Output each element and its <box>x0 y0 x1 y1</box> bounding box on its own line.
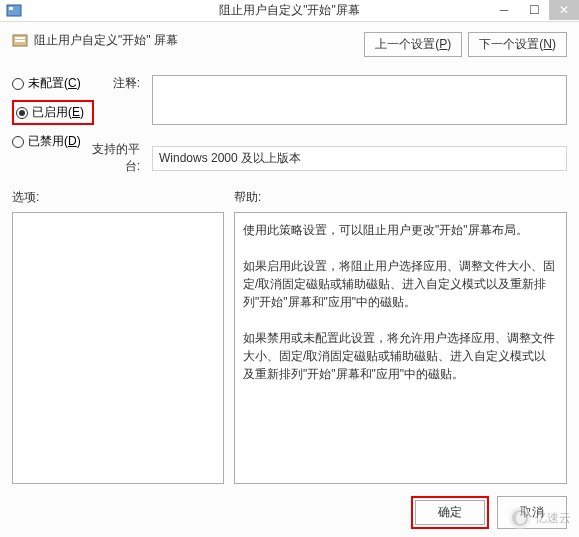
right-column: 注释: 支持的平台: Windows 2000 及以上版本 <box>152 75 567 175</box>
lower-sections: 选项: 帮助: 使用此策略设置，可以阻止用户更改"开始"屏幕布局。 如果启用此设… <box>12 189 567 484</box>
radio-enabled[interactable]: 已启用(E) <box>12 100 94 125</box>
next-setting-button[interactable]: 下一个设置(N) <box>468 32 567 57</box>
policy-title: 阻止用户自定义"开始" 屏幕 <box>34 32 178 49</box>
options-label: 选项: <box>12 189 224 206</box>
platform-value: Windows 2000 及以上版本 <box>152 146 567 171</box>
main-body: 未配置(C) 已启用(E) 已禁用(D) 注释: 支持的平台: Windows … <box>12 75 567 175</box>
comment-input[interactable] <box>152 75 567 125</box>
radio-label: 未配置(C) <box>28 75 81 92</box>
radio-icon <box>16 107 28 119</box>
platform-label: 支持的平台: <box>80 141 144 175</box>
policy-header: 阻止用户自定义"开始" 屏幕 <box>12 32 178 49</box>
help-section: 帮助: 使用此策略设置，可以阻止用户更改"开始"屏幕布局。 如果启用此设置，将阻… <box>234 189 567 484</box>
radio-label: 已禁用(D) <box>28 133 81 150</box>
comment-label: 注释: <box>104 75 144 92</box>
maximize-button[interactable]: ☐ <box>519 0 549 20</box>
titlebar: 阻止用户自定义"开始"屏幕 ─ ☐ ✕ <box>0 0 579 22</box>
svg-rect-1 <box>9 7 13 10</box>
nav-buttons: 上一个设置(P) 下一个设置(N) <box>364 32 567 57</box>
header-row: 阻止用户自定义"开始" 屏幕 上一个设置(P) 下一个设置(N) <box>12 32 567 57</box>
policy-icon <box>12 33 28 49</box>
radio-icon <box>12 78 24 90</box>
minimize-button[interactable]: ─ <box>489 0 519 20</box>
watermark: 亿速云 <box>509 507 571 529</box>
help-box[interactable]: 使用此策略设置，可以阻止用户更改"开始"屏幕布局。 如果启用此设置，将阻止用户选… <box>234 212 567 484</box>
options-box[interactable] <box>12 212 224 484</box>
ok-button[interactable]: 确定 <box>415 500 485 525</box>
svg-rect-3 <box>15 37 25 39</box>
window-controls: ─ ☐ ✕ <box>489 0 579 20</box>
svg-rect-0 <box>7 5 21 16</box>
window-title: 阻止用户自定义"开始"屏幕 <box>219 2 360 19</box>
content-area: 阻止用户自定义"开始" 屏幕 上一个设置(P) 下一个设置(N) 未配置(C) … <box>0 22 579 494</box>
svg-rect-4 <box>15 40 25 42</box>
app-icon <box>6 3 22 19</box>
options-section: 选项: <box>12 189 224 484</box>
watermark-text: 亿速云 <box>535 510 571 527</box>
radio-label: 已启用(E) <box>32 104 84 121</box>
radio-icon <box>12 136 24 148</box>
watermark-icon <box>509 507 531 529</box>
prev-setting-button[interactable]: 上一个设置(P) <box>364 32 462 57</box>
platform-row: 支持的平台: Windows 2000 及以上版本 <box>152 141 567 175</box>
help-label: 帮助: <box>234 189 567 206</box>
ok-highlight: 确定 <box>411 496 489 529</box>
close-button[interactable]: ✕ <box>549 0 579 20</box>
